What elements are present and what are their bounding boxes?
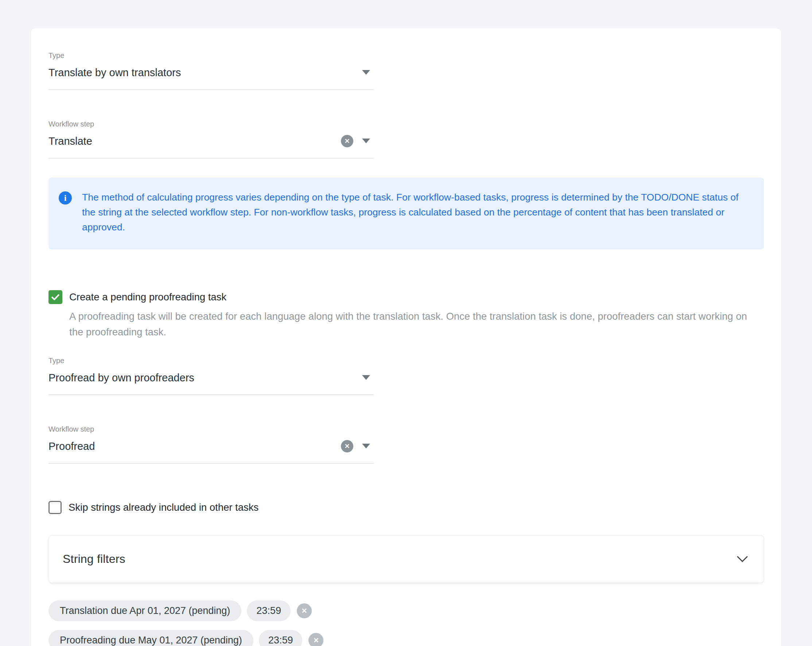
caret-down-icon (362, 444, 370, 448)
translation-type-select[interactable]: Translate by own translators (49, 66, 374, 90)
proofreading-workflow-select[interactable]: Proofread ✕ (49, 439, 374, 464)
proofreading-workflow-label: Workflow step (49, 425, 374, 433)
translation-type-label: Type (49, 52, 374, 60)
progress-info-note: i The method of calculating progress var… (49, 178, 764, 249)
proofreading-type-select[interactable]: Proofread by own proofreaders (49, 371, 374, 395)
proofreading-type-field: Type Proofread by own proofreaders (49, 357, 374, 395)
caret-down-icon (362, 375, 370, 380)
translation-deadline-time-chip[interactable]: 23:59 (247, 600, 291, 621)
string-filters-panel[interactable]: String filters (49, 535, 764, 583)
proofreading-type-label: Type (49, 357, 374, 365)
translation-type-field: Type Translate by own translators (49, 52, 374, 90)
clear-icon[interactable]: ✕ (341, 440, 353, 453)
proofreading-workflow-field: Workflow step Proofread ✕ (49, 425, 374, 464)
deadline-chips-area: Translation due Apr 01, 2027 (pending) 2… (49, 600, 763, 646)
proofreading-checkbox-section: Create a pending proofreading task A pro… (49, 290, 763, 340)
translation-workflow-select[interactable]: Translate ✕ (49, 134, 374, 158)
caret-down-icon (362, 70, 370, 75)
translation-workflow-value: Translate (49, 135, 92, 147)
skip-strings-label: Skip strings already included in other t… (69, 501, 258, 513)
clear-icon[interactable]: ✕ (341, 135, 353, 147)
task-form-card: Type Translate by own translators Workfl… (31, 29, 781, 646)
checkbox-checked-icon (49, 290, 63, 304)
translation-workflow-label: Workflow step (49, 120, 374, 128)
translation-type-value: Translate by own translators (49, 67, 181, 78)
string-filters-title: String filters (63, 552, 737, 566)
checkbox-unchecked-icon (49, 501, 62, 514)
remove-proofreading-deadline-icon[interactable]: ✕ (308, 633, 324, 646)
proofreading-deadline-row: Proofreading due May 01, 2027 (pending) … (49, 630, 763, 646)
info-icon: i (59, 191, 72, 204)
proofreading-workflow-value: Proofread (49, 440, 95, 452)
translation-deadline-chip[interactable]: Translation due Apr 01, 2027 (pending) (49, 600, 241, 621)
check-icon (50, 292, 61, 302)
translation-deadline-row: Translation due Apr 01, 2027 (pending) 2… (49, 600, 763, 621)
proofreading-deadline-time-chip[interactable]: 23:59 (259, 630, 303, 646)
proofreading-deadline-chip[interactable]: Proofreading due May 01, 2027 (pending) (49, 630, 253, 646)
translation-workflow-field: Workflow step Translate ✕ (49, 120, 374, 158)
caret-down-icon (362, 139, 370, 143)
skip-strings-checkbox[interactable]: Skip strings already included in other t… (49, 501, 763, 514)
progress-info-text: The method of calculating progress varie… (82, 190, 750, 235)
proofreading-task-description: A proofreading task will be created for … (69, 308, 759, 340)
remove-translation-deadline-icon[interactable]: ✕ (297, 603, 312, 618)
proofreading-type-value: Proofread by own proofreaders (49, 372, 194, 384)
create-proofreading-task-checkbox[interactable]: Create a pending proofreading task (49, 290, 763, 304)
create-proofreading-task-label: Create a pending proofreading task (69, 291, 226, 303)
chevron-down-icon (737, 556, 748, 563)
